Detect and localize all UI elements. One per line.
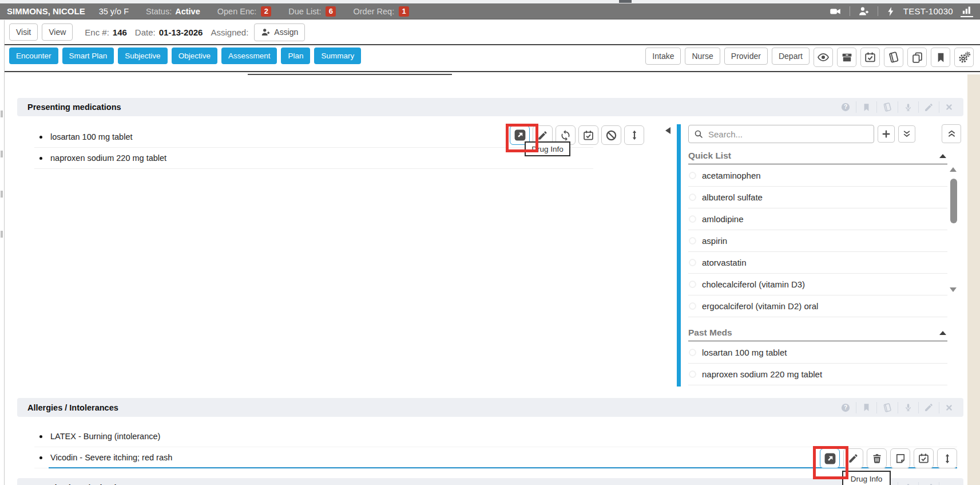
delete-button[interactable] xyxy=(867,448,887,468)
note-button[interactable] xyxy=(890,448,910,468)
collapse-section-arrow[interactable] xyxy=(939,154,946,158)
calendar-check-icon xyxy=(864,51,876,64)
quick-list-item[interactable]: cholecalciferol (vitamin D3) xyxy=(688,274,947,295)
open-enc-label: Open Enc: xyxy=(217,7,257,16)
status-value: Active xyxy=(175,7,200,16)
role-button[interactable]: Nurse xyxy=(685,48,720,65)
order-req-badge[interactable]: 1 xyxy=(399,6,409,17)
scrollbar-up-arrow[interactable] xyxy=(950,167,957,172)
archive-button[interactable] xyxy=(837,48,856,67)
help-icon[interactable] xyxy=(840,403,851,413)
quick-list-item[interactable]: aspirin xyxy=(688,230,947,252)
drug-info-tooltip: Drug Info xyxy=(842,471,891,485)
microphone-icon[interactable] xyxy=(903,102,913,112)
collapse-section-arrow[interactable] xyxy=(939,331,946,335)
quick-list-header: Quick List xyxy=(688,148,947,164)
microphone-icon[interactable] xyxy=(903,483,913,485)
book-button[interactable] xyxy=(884,48,903,67)
radio-circle-icon xyxy=(689,194,696,201)
open-enc-badge[interactable]: 2 xyxy=(261,6,271,17)
separator xyxy=(850,6,850,16)
search-input[interactable] xyxy=(688,125,874,143)
add-user-icon[interactable] xyxy=(858,6,870,17)
add-medication-button[interactable] xyxy=(878,125,895,143)
view-button[interactable]: View xyxy=(42,23,73,41)
close-icon[interactable] xyxy=(945,102,954,112)
med-search xyxy=(688,125,874,143)
nav-tab[interactable]: Objective xyxy=(172,48,217,64)
edit-pencil-icon[interactable] xyxy=(924,102,934,112)
nav-tab[interactable]: Smart Plan xyxy=(62,48,114,64)
presenting-medications-header: Presenting medications xyxy=(17,98,963,116)
copy-button[interactable] xyxy=(907,48,927,67)
expand-all-button[interactable] xyxy=(942,124,961,143)
nav-tab[interactable]: Encounter xyxy=(9,48,58,64)
book-icon[interactable] xyxy=(882,102,892,112)
role-button[interactable]: Depart xyxy=(772,48,810,65)
ban-icon xyxy=(605,129,617,141)
bar-chart-icon[interactable] xyxy=(961,5,973,17)
settings-button[interactable] xyxy=(954,48,974,67)
date-value: 01-13-2026 xyxy=(159,27,203,37)
quick-list-item-label: aspirin xyxy=(702,236,727,246)
assign-button[interactable]: Assign xyxy=(254,23,305,41)
chevron-double-down-icon xyxy=(902,129,912,139)
past-meds-item[interactable]: losartan 100 mg tablet xyxy=(688,342,947,364)
schedule-button[interactable] xyxy=(578,125,598,145)
note-section-tabs: EncounterSmart PlanSubjectiveObjectiveAs… xyxy=(9,48,361,64)
refresh-icon xyxy=(560,129,572,141)
radio-circle-icon xyxy=(689,281,696,288)
medication-text: losartan 100 mg tablet xyxy=(50,132,132,141)
reorder-button[interactable] xyxy=(624,125,644,145)
close-icon[interactable] xyxy=(945,403,954,412)
due-list-badge[interactable]: 6 xyxy=(326,6,336,17)
nav-tab[interactable]: Subjective xyxy=(118,48,167,64)
role-button[interactable]: Provider xyxy=(724,48,768,65)
radio-circle-icon xyxy=(689,302,696,310)
collapse-all-button[interactable] xyxy=(898,125,915,143)
discontinue-button[interactable] xyxy=(601,125,621,145)
quick-list-item[interactable]: amlodipine xyxy=(688,208,947,230)
quick-list-item[interactable]: acetaminophen xyxy=(688,165,947,187)
rail-tick xyxy=(1,191,3,198)
quick-list-item-label: cholecalciferol (vitamin D3) xyxy=(702,279,805,289)
scrollbar-down-arrow[interactable] xyxy=(950,287,957,292)
assigned-label: Assigned: xyxy=(211,27,248,37)
past-meds-item[interactable]: naproxen sodium 220 mg tablet xyxy=(688,364,947,385)
past-meds-list: losartan 100 mg tablet naproxen sodium 2… xyxy=(688,342,947,385)
quick-list-item[interactable]: ergocalciferol (vitamin D2) oral xyxy=(688,295,947,317)
edit-pencil-icon[interactable] xyxy=(924,483,934,485)
help-icon[interactable] xyxy=(840,102,851,112)
section-title: Allergies / Intolerances xyxy=(27,403,118,412)
bullet-dot xyxy=(39,456,42,459)
preview-eye-button[interactable] xyxy=(814,48,833,67)
role-button[interactable]: Intake xyxy=(645,48,681,65)
video-camera-icon[interactable] xyxy=(828,6,842,17)
bookmark-icon[interactable] xyxy=(862,403,871,412)
patient-name: SIMMONS, NICOLE xyxy=(7,6,85,16)
bookmark-icon[interactable] xyxy=(862,102,871,112)
nav-tab[interactable]: Plan xyxy=(281,48,310,64)
ehr-app-window: SIMMONS, NICOLE 35 y/o F Status: Active … xyxy=(0,0,980,485)
visit-button[interactable]: Visit xyxy=(9,23,38,41)
allergy-row[interactable]: LATEX - Burning (intolerance) xyxy=(34,426,957,447)
trash-icon xyxy=(871,453,883,464)
edit-pencil-icon[interactable] xyxy=(924,403,934,412)
quick-list-item[interactable]: atorvastatin xyxy=(688,252,947,274)
lightning-icon[interactable] xyxy=(886,6,896,17)
quick-list-item[interactable]: albuterol sulfate xyxy=(688,187,947,208)
nav-tab[interactable]: Summary xyxy=(314,48,361,64)
close-icon[interactable] xyxy=(945,483,954,485)
nav-tab[interactable]: Assessment xyxy=(221,48,277,64)
schedule-button[interactable] xyxy=(914,448,934,468)
calendar-check-button[interactable] xyxy=(860,48,880,67)
vertical-resize-icon xyxy=(629,129,640,141)
microphone-icon[interactable] xyxy=(903,403,913,412)
book-icon[interactable] xyxy=(882,403,892,413)
scrollbar-thumb[interactable] xyxy=(950,179,957,223)
bookmark-button[interactable] xyxy=(931,48,950,67)
radio-circle-icon xyxy=(689,237,696,245)
collapse-panel-arrow[interactable] xyxy=(665,127,670,134)
radio-circle-icon xyxy=(689,349,696,356)
reorder-button[interactable] xyxy=(937,448,957,468)
